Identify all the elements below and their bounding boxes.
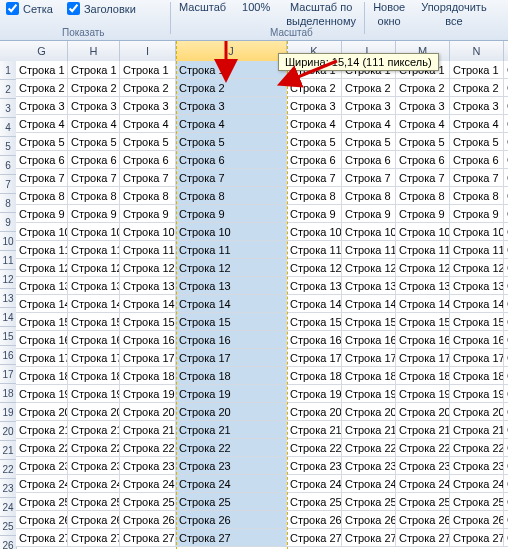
cell[interactable]: Строка 11 <box>287 241 342 259</box>
cell[interactable]: Строка 6 <box>450 151 504 169</box>
cell[interactable]: Строка 2 <box>450 79 504 97</box>
cell[interactable]: Строка 1 <box>68 61 120 79</box>
cell[interactable]: Строка 16 <box>287 331 342 349</box>
cell[interactable]: Строка 15 <box>450 313 504 331</box>
cell[interactable]: Строка 19 <box>450 385 504 403</box>
cell[interactable]: Строка 1 <box>450 61 504 79</box>
cell[interactable]: Строка 16 <box>396 331 450 349</box>
cell[interactable]: Строка 3 <box>396 97 450 115</box>
cell[interactable]: Строка 9 <box>504 205 508 223</box>
row-header[interactable]: 13 <box>0 289 16 308</box>
cell[interactable]: Строка 2 <box>287 79 342 97</box>
cell[interactable]: Строка 16 <box>342 331 396 349</box>
cell[interactable]: Строка 19 <box>287 385 342 403</box>
cell[interactable]: Строка 4 <box>396 115 450 133</box>
cell[interactable]: Строка 7 <box>342 169 396 187</box>
zoom-to-selection-button[interactable]: Масштаб по выделенному Масштаб <box>278 0 364 41</box>
row-header[interactable]: 22 <box>0 460 16 479</box>
cell[interactable]: Строка 23 <box>176 457 287 475</box>
gridlines-checkbox[interactable]: Сетка <box>6 2 53 15</box>
cell[interactable]: Строка 15 <box>68 313 120 331</box>
cell[interactable]: Строка 21 <box>120 421 176 439</box>
cell[interactable]: Строка 14 <box>450 295 504 313</box>
cell[interactable]: Строка 15 <box>120 313 176 331</box>
cell[interactable]: Строка 8 <box>287 187 342 205</box>
cell[interactable]: Строка 7 <box>176 169 287 187</box>
cell[interactable]: Строка 26 <box>504 511 508 529</box>
row-header[interactable]: 11 <box>0 251 16 270</box>
cell[interactable]: Строка 2 <box>176 79 287 97</box>
cell[interactable]: Строка 20 <box>16 403 68 421</box>
row-header[interactable]: 8 <box>0 194 16 213</box>
row-header[interactable]: 15 <box>0 327 16 346</box>
cell[interactable]: Строка 11 <box>504 241 508 259</box>
cell[interactable]: Строка 14 <box>68 295 120 313</box>
cell[interactable]: Строка 15 <box>342 313 396 331</box>
cell[interactable]: Строка 6 <box>504 151 508 169</box>
cell[interactable]: Строка 13 <box>16 277 68 295</box>
cell[interactable]: Строка 7 <box>68 169 120 187</box>
cell[interactable]: Строка 9 <box>396 205 450 223</box>
cell[interactable]: Строка 3 <box>16 97 68 115</box>
cell[interactable]: Строка 27 <box>396 529 450 547</box>
zoom-button[interactable]: Масштаб <box>171 0 234 41</box>
cell[interactable]: Строка 2 <box>16 79 68 97</box>
cell[interactable]: Строка 18 <box>342 367 396 385</box>
cell[interactable]: Строка 7 <box>396 169 450 187</box>
row-header[interactable]: 14 <box>0 308 16 327</box>
cell[interactable]: Строка 21 <box>504 421 508 439</box>
cell[interactable]: Строка 25 <box>176 493 287 511</box>
cell[interactable]: Строка 22 <box>450 439 504 457</box>
cell[interactable]: Строка 20 <box>120 403 176 421</box>
cell[interactable]: Строка 13 <box>287 277 342 295</box>
cell[interactable]: Строка 6 <box>16 151 68 169</box>
cell[interactable]: Строка 22 <box>287 439 342 457</box>
cell[interactable]: Строка 14 <box>342 295 396 313</box>
cell[interactable]: Строка 18 <box>68 367 120 385</box>
cell[interactable]: Строка 15 <box>504 313 508 331</box>
cell[interactable]: Строка 17 <box>120 349 176 367</box>
cell[interactable]: Строка 3 <box>450 97 504 115</box>
cell[interactable]: Строка 16 <box>120 331 176 349</box>
cell[interactable]: Строка 18 <box>287 367 342 385</box>
cell[interactable]: Строка 26 <box>342 511 396 529</box>
cell[interactable]: Строка 20 <box>68 403 120 421</box>
cell[interactable]: Строка 3 <box>287 97 342 115</box>
cell[interactable]: Строка 27 <box>287 529 342 547</box>
cell[interactable]: Строка 25 <box>16 493 68 511</box>
cell[interactable]: Строка 21 <box>16 421 68 439</box>
cell[interactable]: Строка 20 <box>342 403 396 421</box>
cell[interactable]: Строка 3 <box>120 97 176 115</box>
cell[interactable]: Строка 26 <box>68 511 120 529</box>
cell[interactable]: Строка 22 <box>342 439 396 457</box>
cell[interactable]: Строка 8 <box>120 187 176 205</box>
cell[interactable]: Строка 23 <box>287 457 342 475</box>
cell[interactable]: Строка 24 <box>342 475 396 493</box>
cell[interactable]: Строка 5 <box>450 133 504 151</box>
cell[interactable]: Строка 17 <box>504 349 508 367</box>
cell[interactable]: Строка 10 <box>287 223 342 241</box>
cell[interactable]: Строка 17 <box>396 349 450 367</box>
cell[interactable]: Строка 22 <box>176 439 287 457</box>
cell[interactable]: Строка 14 <box>16 295 68 313</box>
cell[interactable]: Строка 9 <box>68 205 120 223</box>
cell[interactable]: Строка 9 <box>16 205 68 223</box>
arrange-all-button[interactable]: Упорядочить все <box>413 0 494 41</box>
cell[interactable]: Строка 10 <box>176 223 287 241</box>
row-header[interactable]: 4 <box>0 118 16 137</box>
row-header[interactable]: 17 <box>0 365 16 384</box>
cell[interactable]: Строка 23 <box>120 457 176 475</box>
cell[interactable]: Строка 3 <box>176 97 287 115</box>
cell[interactable]: Строка 20 <box>396 403 450 421</box>
cell[interactable]: Строка 15 <box>396 313 450 331</box>
cell[interactable]: Строка 4 <box>342 115 396 133</box>
cell[interactable]: Строка 4 <box>120 115 176 133</box>
cell[interactable]: Строка 26 <box>396 511 450 529</box>
cells-area[interactable]: Строка 1Строка 1Строка 1Строка 1Строка 1… <box>16 61 508 549</box>
cell[interactable]: Строка 12 <box>450 259 504 277</box>
cell[interactable]: Строка 5 <box>68 133 120 151</box>
cell[interactable]: Строка 25 <box>120 493 176 511</box>
cell[interactable]: Строка 21 <box>68 421 120 439</box>
cell[interactable]: Строка 7 <box>287 169 342 187</box>
row-header[interactable]: 5 <box>0 137 16 156</box>
